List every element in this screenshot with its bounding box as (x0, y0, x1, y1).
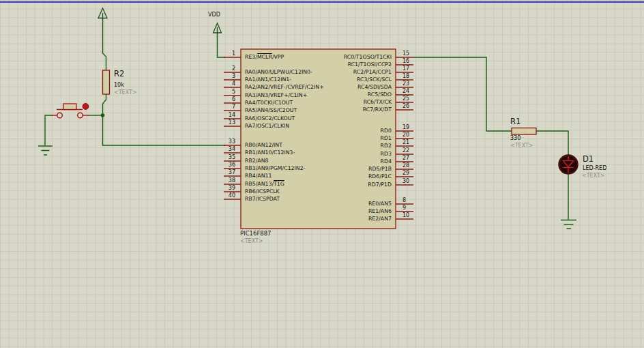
pin-label-19: RD0 (296, 128, 392, 134)
pin-label-8: RE0/AN5 (296, 201, 392, 207)
pin-number-25: 25 (402, 96, 421, 102)
pin-number-29: 29 (402, 170, 421, 176)
pin-label-3: RA1/AN1/C12IN1- (245, 76, 291, 83)
pin-label-35: RB2/AN8 (245, 158, 268, 164)
pin-number-40: 40 (217, 192, 235, 199)
pin-number-27: 27 (402, 155, 421, 161)
pin-label-33: RB0/AN12/INT (245, 142, 282, 149)
pin-label-16: RC1/T1OSI/CCP2 (296, 61, 392, 68)
resistor-r2-body[interactable] (103, 70, 110, 94)
pin-number-1: 1 (217, 50, 235, 57)
pin-label-24: RC5/SDO (296, 91, 392, 98)
pin-number-2: 2 (217, 66, 235, 72)
pin-label-40: RB7/ICSPDAT (245, 196, 280, 203)
led-d1[interactable] (559, 156, 578, 174)
junction-dot (101, 113, 105, 117)
pin-number-18: 18 (402, 73, 421, 79)
pin-number-3: 3 (217, 73, 235, 79)
pin-number-23: 23 (402, 81, 421, 87)
power-terminal-icon[interactable] (98, 8, 107, 19)
chip-part-number: PIC16F887 (240, 230, 272, 237)
pin-label-15: RC0/T1OSO/T1CKI (296, 54, 392, 61)
pin-label-29: RD6/P1C (296, 173, 392, 180)
resistor-r1-body[interactable] (512, 128, 536, 135)
chip-text-placeholder: <TEXT> (240, 238, 263, 244)
wire-button-to-ground[interactable] (45, 115, 53, 145)
pin-number-28: 28 (402, 162, 421, 169)
pin-number-20: 20 (402, 132, 421, 138)
pin-number-26: 26 (402, 103, 421, 109)
pin-label-27: RD4 (296, 158, 392, 165)
pin-number-17: 17 (402, 66, 421, 72)
pin-label-13: RA7/OSC1/CLKIN (245, 123, 289, 130)
pin-number-16: 16 (402, 58, 421, 64)
pin-number-8: 8 (402, 197, 421, 203)
pin-number-15: 15 (402, 50, 421, 57)
pin-label-25: RC6/TX/CK (296, 99, 392, 106)
pin-number-34: 34 (217, 146, 235, 152)
d1-ref-label: D1 (583, 154, 594, 164)
pin-label-26: RC7/RX/DT (296, 106, 392, 113)
pin-number-36: 36 (217, 162, 235, 168)
r1-value-label: 330 (510, 135, 521, 141)
pin-number-39: 39 (217, 185, 235, 191)
wire-rc0-to-r1[interactable] (413, 57, 512, 131)
pin-number-37: 37 (217, 169, 235, 175)
pin-label-37: RB4/AN11 (245, 173, 272, 179)
pin-label-9: RE1/AN6 (296, 208, 392, 215)
wire-junction-to-rb0[interactable] (103, 115, 226, 145)
wire-power-to-r2[interactable] (103, 18, 106, 71)
pin-number-13: 13 (217, 119, 235, 126)
d1-text-placeholder: <TEXT> (582, 173, 605, 179)
pin-number-24: 24 (402, 88, 421, 94)
pin-label-18: RC3/SCK/SCL (296, 76, 392, 83)
pin-number-10: 10 (402, 212, 421, 218)
pin-label-39: RB6/ICSPCLK (245, 188, 280, 195)
pin-number-19: 19 (402, 124, 421, 130)
d1-value-label: LED-RED (583, 165, 606, 171)
pin-number-35: 35 (217, 154, 235, 160)
pin-label-10: RE2/AN7 (296, 216, 392, 222)
pin-number-38: 38 (217, 177, 235, 184)
button-actuator[interactable] (83, 104, 89, 110)
pin-label-28: RD5/P1B (296, 166, 392, 173)
pin-number-22: 22 (402, 147, 421, 154)
pin-number-14: 14 (217, 112, 235, 118)
pin-label-20: RD1 (296, 135, 392, 142)
vdd-power-terminal-icon[interactable] (214, 23, 222, 34)
r2-text-placeholder: <TEXT> (114, 89, 137, 96)
pin-number-7: 7 (217, 104, 235, 110)
pin-label-7: RA5/AN4/SS/C2OUT (245, 107, 297, 114)
pin-number-21: 21 (402, 139, 421, 145)
pin-label-1: RE3/MCLR/VPP (245, 54, 284, 61)
ground-symbol-right[interactable] (561, 220, 576, 229)
pin-number-9: 9 (402, 205, 421, 211)
pin-number-4: 4 (217, 81, 235, 87)
pin-label-17: RC2/P1A/CCP1 (296, 69, 392, 76)
pin-number-33: 33 (217, 139, 235, 145)
pin-number-30: 30 (402, 178, 421, 184)
pin-number-5: 5 (217, 89, 235, 95)
wire-r2-to-junction[interactable] (103, 94, 106, 115)
r2-value-label: 10k (114, 82, 124, 88)
ground-symbol-left[interactable] (38, 146, 53, 155)
r1-ref-label: R1 (510, 117, 521, 126)
pin-label-14: RA6/OSC2/CLKOUT (245, 115, 295, 122)
pin-label-30: RD7/P1D (296, 182, 392, 188)
pin-label-6: RA4/T0CKI/C1OUT (245, 100, 293, 106)
r1-text-placeholder: <TEXT> (510, 143, 533, 149)
schematic-sheet: VDD R2 10k <TEXT> R1 330 <TEXT> D1 LED-R… (0, 0, 644, 348)
pin-label-21: RD2 (296, 143, 392, 149)
r2-ref-label: R2 (114, 69, 124, 78)
pin-label-34: RB1/AN10/C12IN3- (245, 149, 295, 156)
wire-r1-to-led[interactable] (536, 131, 568, 156)
vdd-label: VDD (208, 12, 220, 18)
pin-label-38: RB5/AN13/T1G (245, 181, 284, 188)
pin-label-22: RD3 (296, 151, 392, 158)
pin-number-6: 6 (217, 96, 235, 102)
pin-label-23: RC4/SDI/SDA (296, 84, 392, 91)
